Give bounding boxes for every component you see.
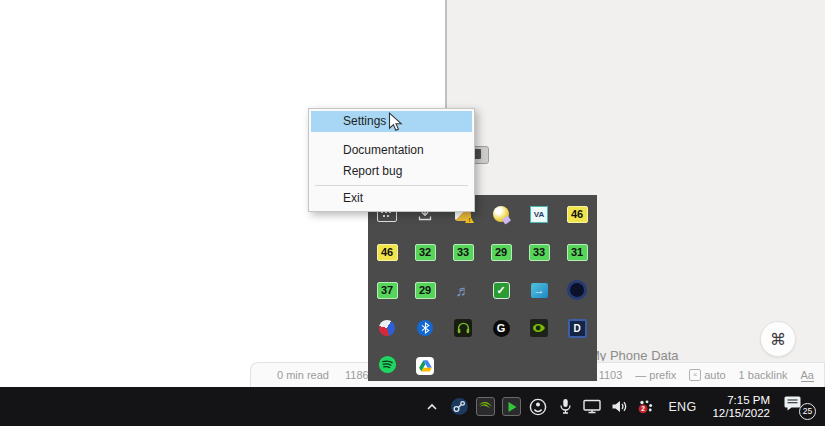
count-badge[interactable]: 32 <box>406 233 444 271</box>
tray-overflow-panel: !VA464632332933313729♬✓→GD <box>368 195 597 381</box>
paint-ball-icon[interactable] <box>482 195 520 233</box>
command-palette-button[interactable]: ⌘ <box>760 321 796 357</box>
font-toggle[interactable]: Aa <box>801 369 814 382</box>
menu-separator <box>315 185 468 186</box>
display-icon[interactable] <box>582 397 602 417</box>
mouse-cursor-icon <box>388 112 403 137</box>
mail-app-icon[interactable] <box>368 309 406 347</box>
checkmark-icon[interactable]: ✓ <box>482 271 520 309</box>
svg-text:2: 2 <box>642 405 646 412</box>
date-text: 12/15/2022 <box>712 407 770 420</box>
va-icon[interactable]: VA <box>520 195 558 233</box>
media-player-icon[interactable] <box>502 397 521 416</box>
count-badge[interactable]: 37 <box>368 271 406 309</box>
screen: My Phone Data ⌘ 0 min read 1186 wo --- 1… <box>0 0 825 426</box>
auto-toggle[interactable]: × auto <box>689 369 725 381</box>
dash-icon: — <box>635 369 646 381</box>
count-badge[interactable]: 46 <box>368 233 406 271</box>
spotify-icon[interactable] <box>368 347 406 385</box>
time-text: 7:15 PM <box>712 394 770 407</box>
gdrive-icon[interactable] <box>406 347 444 385</box>
command-icon: ⌘ <box>770 330 786 349</box>
menu-item-report-bug[interactable]: Report bug <box>311 161 472 182</box>
busy-status-icon[interactable]: 2 <box>636 397 656 417</box>
clock[interactable]: 7:15 PM 12/15/2022 <box>708 394 774 420</box>
ring-icon[interactable] <box>558 271 596 309</box>
microphone-icon[interactable] <box>555 397 575 417</box>
notification-count-badge: 25 <box>799 403 816 420</box>
headphones-icon[interactable] <box>444 309 482 347</box>
menu-item-exit[interactable]: Exit <box>311 188 472 209</box>
language-indicator[interactable]: ENG <box>663 400 701 414</box>
count-badge[interactable]: 29 <box>482 233 520 271</box>
bluetooth-icon[interactable] <box>406 309 444 347</box>
share-doc-icon[interactable]: → <box>520 271 558 309</box>
nvidia-icon[interactable] <box>520 309 558 347</box>
music-note-icon[interactable]: ♬ <box>444 271 482 309</box>
obs-icon[interactable] <box>528 397 548 417</box>
count-badge[interactable]: 29 <box>406 271 444 309</box>
read-time: 0 min read <box>277 369 329 381</box>
count-badge[interactable]: 33 <box>444 233 482 271</box>
partial-heading: My Phone Data <box>589 348 719 361</box>
menu-item-documentation[interactable]: Documentation <box>311 140 472 161</box>
steam-icon[interactable] <box>449 397 469 417</box>
auto-box-icon: × <box>689 369 701 381</box>
d-letter-icon[interactable]: D <box>558 309 596 347</box>
chevron-up-icon[interactable] <box>422 397 442 417</box>
count-badge[interactable]: 33 <box>520 233 558 271</box>
count-badge[interactable]: 46 <box>558 195 596 233</box>
count-badge[interactable]: 31 <box>558 233 596 271</box>
g-logo-icon[interactable]: G <box>482 309 520 347</box>
volume-icon[interactable] <box>609 397 629 417</box>
geforce-icon[interactable] <box>476 397 495 416</box>
backlinks-button[interactable]: 1 backlink <box>739 369 788 381</box>
notification-center-button[interactable]: 25 <box>781 394 817 420</box>
prefix-toggle[interactable]: — prefix <box>635 369 676 381</box>
taskbar: 2 ENG 7:15 PM 12/15/2022 25 <box>0 387 825 426</box>
